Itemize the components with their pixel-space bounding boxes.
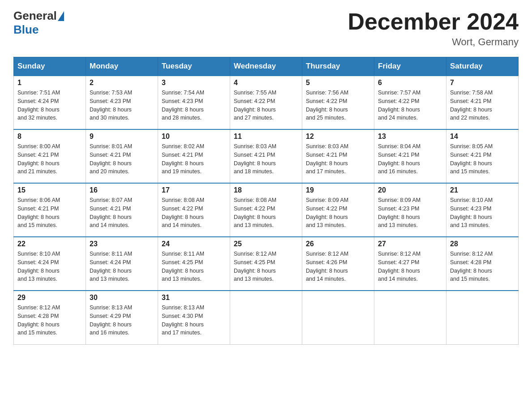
day-info: Sunrise: 7:56 AM Sunset: 4:22 PM Dayligh… (306, 89, 370, 122)
day-info: Sunrise: 8:12 AM Sunset: 4:25 PM Dayligh… (234, 250, 298, 283)
day-number: 12 (306, 133, 370, 141)
calendar-cell: 16 Sunrise: 8:07 AM Sunset: 4:21 PM Dayl… (86, 183, 158, 237)
day-number: 21 (450, 186, 515, 194)
day-info: Sunrise: 8:08 AM Sunset: 4:22 PM Dayligh… (234, 196, 298, 230)
logo-triangle-icon (58, 11, 64, 21)
day-number: 26 (306, 240, 370, 248)
calendar-cell: 27 Sunrise: 8:12 AM Sunset: 4:27 PM Dayl… (374, 237, 446, 291)
calendar-subtitle: Wort, Germany (348, 36, 519, 48)
calendar-cell: 5 Sunrise: 7:56 AM Sunset: 4:22 PM Dayli… (302, 76, 374, 129)
day-info: Sunrise: 8:03 AM Sunset: 4:21 PM Dayligh… (306, 142, 370, 176)
day-number: 9 (90, 133, 154, 141)
page-header: General Blue December 2024 Wort, Germany (13, 9, 519, 48)
day-number: 24 (162, 240, 226, 248)
day-info: Sunrise: 8:06 AM Sunset: 4:21 PM Dayligh… (17, 196, 82, 230)
day-number: 31 (162, 294, 226, 302)
header-friday: Friday (374, 57, 446, 76)
day-info: Sunrise: 8:00 AM Sunset: 4:21 PM Dayligh… (17, 142, 82, 176)
calendar-cell: 30 Sunrise: 8:13 AM Sunset: 4:29 PM Dayl… (86, 291, 158, 344)
calendar-cell: 3 Sunrise: 7:54 AM Sunset: 4:23 PM Dayli… (158, 76, 230, 129)
day-number: 22 (17, 240, 82, 248)
header-saturday: Saturday (446, 57, 519, 76)
header-tuesday: Tuesday (158, 57, 230, 76)
day-info: Sunrise: 8:12 AM Sunset: 4:27 PM Dayligh… (378, 250, 442, 283)
day-info: Sunrise: 8:13 AM Sunset: 4:29 PM Dayligh… (90, 304, 154, 337)
header-sunday: Sunday (14, 57, 86, 76)
day-info: Sunrise: 8:13 AM Sunset: 4:30 PM Dayligh… (162, 304, 226, 337)
day-number: 8 (17, 133, 82, 141)
day-number: 11 (234, 133, 298, 141)
calendar-cell: 19 Sunrise: 8:09 AM Sunset: 4:22 PM Dayl… (302, 183, 374, 237)
logo-text: General (13, 9, 65, 23)
day-info: Sunrise: 8:10 AM Sunset: 4:23 PM Dayligh… (450, 196, 515, 230)
day-info: Sunrise: 8:11 AM Sunset: 4:25 PM Dayligh… (162, 250, 226, 283)
calendar-cell: 14 Sunrise: 8:05 AM Sunset: 4:21 PM Dayl… (446, 129, 519, 183)
calendar-cell (302, 291, 374, 344)
day-number: 3 (162, 79, 226, 87)
calendar-cell: 28 Sunrise: 8:12 AM Sunset: 4:28 PM Dayl… (446, 237, 519, 291)
day-number: 2 (90, 79, 154, 87)
day-info: Sunrise: 8:07 AM Sunset: 4:21 PM Dayligh… (90, 196, 154, 230)
calendar-cell: 26 Sunrise: 8:12 AM Sunset: 4:26 PM Dayl… (302, 237, 374, 291)
day-info: Sunrise: 8:04 AM Sunset: 4:21 PM Dayligh… (378, 142, 442, 176)
day-number: 18 (234, 186, 298, 194)
day-number: 5 (306, 79, 370, 87)
calendar-cell (230, 291, 302, 344)
day-number: 23 (90, 240, 154, 248)
day-number: 17 (162, 186, 226, 194)
week-row-5: 29 Sunrise: 8:12 AM Sunset: 4:28 PM Dayl… (14, 291, 519, 344)
header-thursday: Thursday (302, 57, 374, 76)
calendar-cell: 31 Sunrise: 8:13 AM Sunset: 4:30 PM Dayl… (158, 291, 230, 344)
day-number: 13 (378, 133, 442, 141)
day-info: Sunrise: 8:09 AM Sunset: 4:23 PM Dayligh… (378, 196, 442, 230)
day-number: 4 (234, 79, 298, 87)
day-info: Sunrise: 8:12 AM Sunset: 4:28 PM Dayligh… (450, 250, 515, 283)
calendar-cell: 12 Sunrise: 8:03 AM Sunset: 4:21 PM Dayl… (302, 129, 374, 183)
logo-blue-text: Blue (13, 23, 39, 37)
week-row-1: 1 Sunrise: 7:51 AM Sunset: 4:24 PM Dayli… (14, 76, 519, 129)
day-number: 25 (234, 240, 298, 248)
day-number: 16 (90, 186, 154, 194)
logo-general-text: General (13, 9, 57, 23)
day-info: Sunrise: 8:02 AM Sunset: 4:21 PM Dayligh… (162, 142, 226, 176)
day-number: 6 (378, 79, 442, 87)
calendar-cell: 24 Sunrise: 8:11 AM Sunset: 4:25 PM Dayl… (158, 237, 230, 291)
title-section: December 2024 Wort, Germany (348, 9, 519, 48)
calendar-cell: 7 Sunrise: 7:58 AM Sunset: 4:21 PM Dayli… (446, 76, 519, 129)
calendar-cell: 6 Sunrise: 7:57 AM Sunset: 4:22 PM Dayli… (374, 76, 446, 129)
day-info: Sunrise: 7:51 AM Sunset: 4:24 PM Dayligh… (17, 89, 82, 122)
calendar-cell: 2 Sunrise: 7:53 AM Sunset: 4:23 PM Dayli… (86, 76, 158, 129)
day-number: 30 (90, 294, 154, 302)
day-info: Sunrise: 7:57 AM Sunset: 4:22 PM Dayligh… (378, 89, 442, 122)
day-info: Sunrise: 8:12 AM Sunset: 4:28 PM Dayligh… (17, 304, 82, 337)
calendar-cell: 8 Sunrise: 8:00 AM Sunset: 4:21 PM Dayli… (14, 129, 86, 183)
calendar-cell: 13 Sunrise: 8:04 AM Sunset: 4:21 PM Dayl… (374, 129, 446, 183)
week-row-3: 15 Sunrise: 8:06 AM Sunset: 4:21 PM Dayl… (14, 183, 519, 237)
day-number: 15 (17, 186, 82, 194)
day-number: 1 (17, 79, 82, 87)
calendar-cell: 22 Sunrise: 8:10 AM Sunset: 4:24 PM Dayl… (14, 237, 86, 291)
day-info: Sunrise: 8:03 AM Sunset: 4:21 PM Dayligh… (234, 142, 298, 176)
header-wednesday: Wednesday (230, 57, 302, 76)
day-info: Sunrise: 7:54 AM Sunset: 4:23 PM Dayligh… (162, 89, 226, 122)
day-info: Sunrise: 8:01 AM Sunset: 4:21 PM Dayligh… (90, 142, 154, 176)
day-number: 20 (378, 186, 442, 194)
calendar-cell: 1 Sunrise: 7:51 AM Sunset: 4:24 PM Dayli… (14, 76, 86, 129)
calendar-cell: 17 Sunrise: 8:08 AM Sunset: 4:22 PM Dayl… (158, 183, 230, 237)
calendar-cell: 4 Sunrise: 7:55 AM Sunset: 4:22 PM Dayli… (230, 76, 302, 129)
day-info: Sunrise: 8:09 AM Sunset: 4:22 PM Dayligh… (306, 196, 370, 230)
calendar-cell: 9 Sunrise: 8:01 AM Sunset: 4:21 PM Dayli… (86, 129, 158, 183)
calendar-cell: 25 Sunrise: 8:12 AM Sunset: 4:25 PM Dayl… (230, 237, 302, 291)
header-monday: Monday (86, 57, 158, 76)
week-row-4: 22 Sunrise: 8:10 AM Sunset: 4:24 PM Dayl… (14, 237, 519, 291)
week-row-2: 8 Sunrise: 8:00 AM Sunset: 4:21 PM Dayli… (14, 129, 519, 183)
calendar-cell: 21 Sunrise: 8:10 AM Sunset: 4:23 PM Dayl… (446, 183, 519, 237)
calendar-cell: 23 Sunrise: 8:11 AM Sunset: 4:24 PM Dayl… (86, 237, 158, 291)
calendar-cell: 20 Sunrise: 8:09 AM Sunset: 4:23 PM Dayl… (374, 183, 446, 237)
logo: General Blue (13, 9, 65, 37)
day-number: 27 (378, 240, 442, 248)
day-info: Sunrise: 7:53 AM Sunset: 4:23 PM Dayligh… (90, 89, 154, 122)
calendar-cell (374, 291, 446, 344)
day-number: 7 (450, 79, 515, 87)
day-number: 29 (17, 294, 82, 302)
